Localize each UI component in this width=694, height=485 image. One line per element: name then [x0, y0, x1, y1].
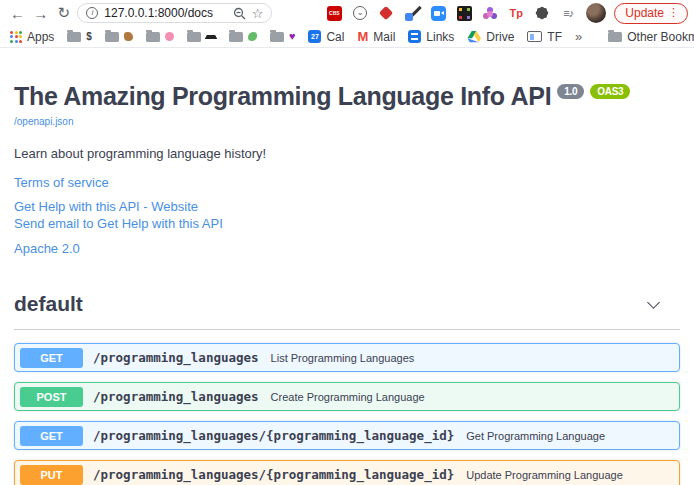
pixel-grid-icon[interactable] [456, 5, 472, 21]
folder-icon [146, 32, 160, 42]
purple-heart-icon: ♥ [289, 31, 296, 42]
folder-icon [67, 32, 81, 42]
operation-row[interactable]: GET /programming_languages/{programming_… [14, 421, 680, 450]
swagger-page: The Amazing Programming Language Info AP… [0, 48, 694, 485]
drive-icon [467, 31, 481, 43]
dark-star-icon[interactable] [534, 5, 550, 21]
tp-icon[interactable]: Tp [508, 5, 524, 21]
chevron-down-icon[interactable] [647, 296, 660, 309]
contact-website-link[interactable]: Get Help with this API - Website [14, 199, 680, 215]
bookmark-folder-heart[interactable]: ♥ [270, 31, 296, 42]
apps-grid-icon [10, 31, 22, 43]
bookmark-label: Cal [326, 30, 344, 44]
back-icon[interactable]: ← [6, 5, 29, 22]
contact-email-link[interactable]: Send email to Get Help with this API [14, 216, 680, 232]
folder-icon [105, 32, 119, 42]
gmail-icon: M [357, 29, 368, 44]
music-playlist-icon[interactable]: ≡♪ [560, 5, 576, 21]
bookmark-cal[interactable]: 27 Cal [308, 30, 344, 44]
folder-icon [270, 32, 284, 42]
bookmark-apps[interactable]: Apps [10, 30, 54, 44]
version-badge: 1.0 [557, 84, 584, 99]
api-description: Learn about programming language history… [14, 146, 680, 161]
operation-summary: Update Programming Language [466, 469, 623, 481]
update-label: Update [625, 6, 664, 20]
bookmark-label: Mail [373, 30, 395, 44]
page-title: The Amazing Programming Language Info AP… [14, 82, 680, 111]
graduation-cap-icon [205, 35, 218, 39]
bookmark-folder-grad[interactable] [187, 32, 216, 42]
folder-icon [229, 32, 243, 42]
bookmark-label: Apps [27, 30, 54, 44]
bookmark-tf[interactable]: TF [527, 30, 562, 44]
operation-path: /programming_languages/{programming_lang… [93, 428, 454, 443]
section-default-header[interactable]: default [14, 292, 680, 330]
url-text[interactable]: 127.0.0.1:8000/docs [104, 6, 226, 20]
operation-path: /programming_languages [93, 350, 259, 365]
operation-path: /programming_languages/{programming_lang… [93, 467, 454, 482]
bookmark-folder-green[interactable] [229, 32, 257, 42]
links-icon [408, 30, 421, 43]
eyedropper-icon[interactable] [404, 5, 420, 21]
method-badge[interactable]: PUT [20, 465, 83, 485]
bookmark-label: Drive [486, 30, 514, 44]
zoom-icon[interactable] [233, 7, 246, 20]
horse-icon [124, 32, 133, 41]
operation-row[interactable]: PUT /programming_languages/{programming_… [14, 460, 680, 485]
brain-icon [165, 32, 174, 41]
operation-path: /programming_languages [93, 389, 259, 404]
browser-toolbar: ← → ↻ i 127.0.0.1:8000/docs ☆ CBS ⌄ Tp ≡… [0, 0, 694, 26]
terms-of-service-link[interactable]: Terms of service [14, 175, 680, 191]
tf-card-icon [527, 31, 542, 42]
folder-icon [187, 32, 201, 42]
calendar-icon: 27 [308, 30, 321, 43]
site-info-icon[interactable]: i [86, 7, 98, 19]
reload-icon[interactable]: ↻ [52, 4, 75, 22]
address-bar[interactable]: i 127.0.0.1:8000/docs ☆ [77, 3, 272, 23]
license-link[interactable]: Apache 2.0 [14, 241, 680, 257]
pocket-icon[interactable]: ⌄ [352, 5, 368, 21]
bookmark-folder-dollar[interactable]: $ [67, 32, 92, 42]
operation-summary: List Programming Languages [271, 352, 415, 364]
openapi-json-link[interactable]: /openapi.json [14, 116, 74, 127]
browser-menu-icon[interactable]: ⋮ [668, 6, 679, 19]
bookmark-mail[interactable]: M Mail [357, 29, 395, 44]
bookmarks-overflow-icon[interactable]: » [575, 29, 582, 44]
method-badge[interactable]: GET [20, 426, 83, 446]
profile-avatar[interactable] [586, 3, 606, 23]
operation-summary: Get Programming Language [466, 430, 605, 442]
oas3-badge: OAS3 [590, 84, 630, 99]
method-badge[interactable]: POST [20, 387, 83, 407]
folder-icon [608, 32, 622, 42]
operation-row[interactable]: POST /programming_languages Create Progr… [14, 382, 680, 411]
method-badge[interactable]: GET [20, 348, 83, 368]
bookmark-label: Other Bookmarks [627, 30, 694, 44]
api-title-text: The Amazing Programming Language Info AP… [14, 82, 551, 110]
operation-row[interactable]: GET /programming_languages List Programm… [14, 343, 680, 372]
bookmark-other-bookmarks[interactable]: Other Bookmarks [608, 30, 694, 44]
cbs-icon[interactable]: CBS [326, 5, 342, 21]
bookmark-star-icon[interactable]: ☆ [252, 7, 264, 20]
section-title: default [14, 292, 83, 316]
red-diamond-icon[interactable] [378, 5, 394, 21]
dollar-icon: $ [86, 32, 92, 42]
bookmark-folder-brain[interactable] [146, 32, 174, 42]
extension-icons: CBS ⌄ Tp ≡♪ [326, 5, 576, 21]
bookmark-label: Links [426, 30, 454, 44]
bookmarks-bar: Apps $ ♥ 27 Cal M Mail Links [0, 26, 694, 48]
green-plant-icon [248, 32, 257, 41]
bookmark-label: TF [547, 30, 562, 44]
camera-icon[interactable] [430, 5, 446, 21]
operation-summary: Create Programming Language [271, 391, 425, 403]
bookmark-drive[interactable]: Drive [467, 30, 514, 44]
bookmark-links[interactable]: Links [408, 30, 454, 44]
flower-icon[interactable] [482, 5, 498, 21]
bookmark-folder-horse[interactable] [105, 32, 133, 42]
forward-icon[interactable]: → [29, 5, 52, 22]
operations-list: GET /programming_languages List Programm… [14, 343, 680, 485]
update-button[interactable]: Update ⋮ [614, 3, 688, 24]
